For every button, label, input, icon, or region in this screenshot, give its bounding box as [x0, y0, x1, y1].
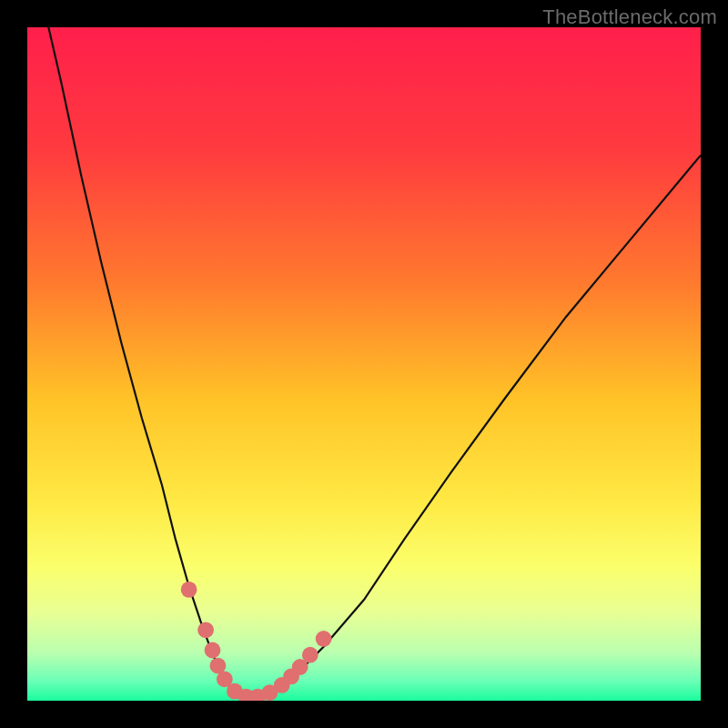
watermark-text: TheBottleneck.com: [542, 5, 717, 29]
plot-area: [27, 27, 701, 701]
svg-rect-0: [27, 27, 701, 701]
chart-frame: TheBottleneck.com: [0, 0, 728, 728]
gradient-background: [27, 27, 701, 701]
